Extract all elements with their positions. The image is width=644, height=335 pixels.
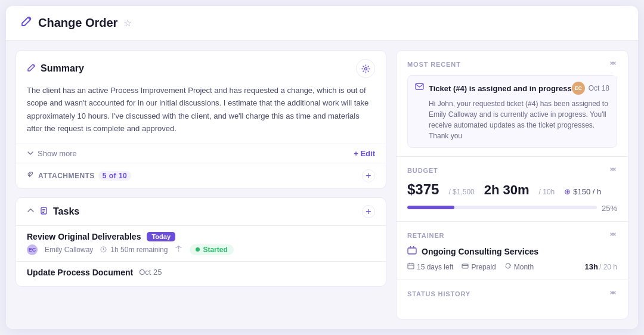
task-meta: EC Emily Calloway 1h 50m remaining xyxy=(27,244,375,255)
settings-button[interactable] xyxy=(356,59,375,78)
header: Change Order ☆ xyxy=(6,6,638,41)
main-content: Summary The client has an active Process… xyxy=(6,41,638,329)
add-task-button[interactable]: + xyxy=(362,205,375,218)
notification-row: Ticket (#4) is assigned and in progress … xyxy=(407,75,617,148)
status-history-section: STATUS HISTORY xyxy=(397,280,628,307)
attachments-left: ATTACHMENTS 5 of 10 xyxy=(27,171,131,181)
task-name-2: Update Process Document xyxy=(27,268,133,277)
task-item: Update Process Document Oct 25 xyxy=(16,261,386,286)
notification-content: Ticket (#4) is assigned and in progress … xyxy=(429,82,609,141)
budget-section: BUDGET $375 / $1,500 2h 30m / 10h ⊕ xyxy=(397,157,628,222)
budget-values: $375 / $1,500 2h 30m / 10h ⊕ $150 / h xyxy=(407,181,617,198)
retainer-hours-used: 13h xyxy=(585,262,598,271)
add-attachment-button[interactable]: + xyxy=(362,169,375,182)
prepaid-icon xyxy=(462,262,469,271)
collapse-tasks-icon[interactable] xyxy=(27,207,35,216)
svg-point-0 xyxy=(364,67,367,70)
retainer-service-name: Ongoing Consulting Services xyxy=(422,247,538,256)
retainer-label: RETAINER xyxy=(407,232,444,239)
budget-time: 2h 30m xyxy=(484,182,530,198)
task-name: Review Original Deliverables xyxy=(27,232,141,241)
notif-title-row: Ticket (#4) is assigned and in progress … xyxy=(429,82,609,95)
app-container: Change Order ☆ Summary xyxy=(6,6,638,329)
task-badge-today: Today xyxy=(147,232,175,241)
task-title-row-2: Update Process Document Oct 25 xyxy=(27,268,375,277)
most-recent-label: MOST RECENT xyxy=(407,61,461,68)
attachment-count: 5 of 10 xyxy=(98,171,131,181)
retainer-service-icon xyxy=(407,246,417,256)
calendar-icon xyxy=(407,262,414,271)
svg-rect-6 xyxy=(462,264,468,268)
svg-rect-3 xyxy=(416,83,423,89)
show-more-button[interactable]: Show more xyxy=(27,149,77,158)
left-column: Summary The client has an active Process… xyxy=(16,50,386,320)
retainer-section: RETAINER Ongoing xyxy=(397,222,628,280)
tasks-header: Tasks + xyxy=(16,198,386,225)
task-status-badge: Started xyxy=(190,244,233,255)
change-order-icon xyxy=(20,15,32,30)
most-recent-header: MOST RECENT xyxy=(407,59,617,69)
favorite-star-icon[interactable]: ☆ xyxy=(123,17,132,29)
svg-rect-4 xyxy=(408,248,416,254)
summary-body: The client has an active Process Improve… xyxy=(16,84,386,144)
task-title-row: Review Original Deliverables Today xyxy=(27,232,375,241)
task-time-remaining: 1h 50m remaining xyxy=(100,246,168,254)
budget-amount: $375 xyxy=(407,181,439,198)
budget-progress-fill xyxy=(407,206,454,209)
retainer-hours-total: / 20 h xyxy=(599,263,617,271)
notif-date: Oct 18 xyxy=(589,84,609,92)
budget-progress-track xyxy=(407,206,597,209)
retainer-type: Prepaid xyxy=(462,262,496,271)
budget-rate: ⊕ $150 / h xyxy=(564,187,601,196)
retainer-days-left: 15 days left xyxy=(407,262,453,271)
svg-rect-5 xyxy=(408,263,414,269)
tasks-title: Tasks xyxy=(27,206,79,217)
notif-avatar: EC xyxy=(572,82,585,95)
page-title: Change Order xyxy=(38,16,117,30)
task-badge-date: Oct 25 xyxy=(139,268,162,277)
budget-label: BUDGET xyxy=(407,167,438,174)
retainer-hours: 13h / 20 h xyxy=(585,262,617,271)
collapse-most-recent-button[interactable] xyxy=(609,59,617,69)
edit-button[interactable]: + Edit xyxy=(354,149,375,158)
task-assignee: Emily Calloway xyxy=(45,246,93,254)
retainer-service-row: Ongoing Consulting Services xyxy=(407,246,617,256)
status-history-label: STATUS HISTORY xyxy=(407,290,470,297)
notif-title: Ticket (#4) is assigned and in progress xyxy=(429,84,572,93)
tasks-icon xyxy=(39,206,48,217)
summary-card-header: Summary xyxy=(16,51,386,84)
retainer-header: RETAINER xyxy=(407,230,617,240)
budget-bar-row: 25% xyxy=(407,204,617,213)
priority-icon xyxy=(175,245,182,255)
budget-header: BUDGET xyxy=(407,165,617,175)
cycle-icon xyxy=(504,262,512,271)
task-item: Review Original Deliverables Today EC Em… xyxy=(16,225,386,261)
summary-card: Summary The client has an active Process… xyxy=(16,50,386,189)
summary-title: Summary xyxy=(27,63,84,74)
notif-body: Hi John, your requested ticket (#4) has … xyxy=(429,98,609,141)
email-icon xyxy=(415,82,424,92)
budget-amount-max: / $1,500 xyxy=(448,188,474,196)
right-column: MOST RECENT xyxy=(396,50,628,320)
tasks-card: Tasks + Review Original Deliverables Tod… xyxy=(16,197,386,287)
summary-icon xyxy=(27,63,36,74)
budget-percent: 25% xyxy=(602,204,617,213)
retainer-period: Month xyxy=(504,262,534,271)
collapse-budget-button[interactable] xyxy=(609,165,617,175)
collapse-status-history-button[interactable] xyxy=(609,289,617,299)
collapse-retainer-button[interactable] xyxy=(609,230,617,240)
attachments-row: ATTACHMENTS 5 of 10 + xyxy=(16,163,386,188)
rate-icon: ⊕ xyxy=(564,187,571,196)
status-dot xyxy=(196,247,200,252)
task-avatar: EC xyxy=(27,244,38,255)
retainer-meta: 15 days left Prepaid xyxy=(407,262,617,271)
most-recent-section: MOST RECENT xyxy=(397,51,628,157)
budget-time-max: / 10h xyxy=(539,188,555,196)
show-more-row: Show more + Edit xyxy=(16,144,386,163)
